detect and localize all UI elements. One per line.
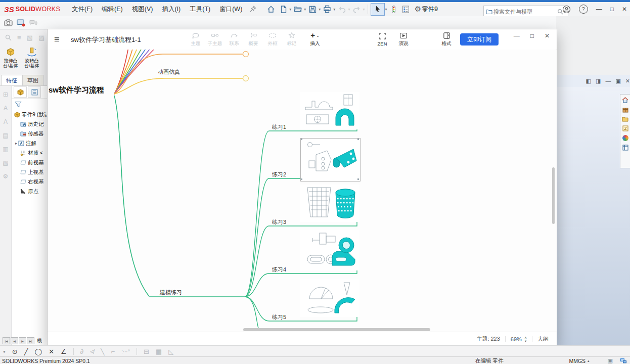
network-status-icon[interactable] xyxy=(620,358,627,363)
design-library-icon[interactable] xyxy=(622,107,628,113)
node-practice-5[interactable]: 练习5 xyxy=(272,313,286,321)
circle-tool-icon[interactable]: ⊙ xyxy=(12,348,18,355)
tree-item-front-plane[interactable]: 前视基 xyxy=(13,158,47,167)
tree-item-top-plane[interactable]: 上视基 xyxy=(13,167,47,177)
ellipse-tool-icon[interactable]: ◯ xyxy=(35,348,42,355)
doc-minimize-icon[interactable]: — xyxy=(605,78,611,84)
tool-insert[interactable]: + ⌄ 插入 xyxy=(306,31,324,47)
screenshot-camera-icon[interactable] xyxy=(4,19,13,26)
collapsed-node-badge[interactable] xyxy=(243,76,249,81)
filter-funnel-icon[interactable] xyxy=(15,101,22,108)
maximize-button[interactable]: □ xyxy=(610,6,614,13)
tab-features[interactable]: 特征 xyxy=(1,75,22,85)
minimize-button[interactable]: — xyxy=(596,6,602,13)
open-caret-icon[interactable]: ▾ xyxy=(304,7,306,12)
mindmap-maximize-button[interactable]: □ xyxy=(530,32,534,39)
new-document-icon[interactable] xyxy=(278,4,289,15)
collapsed-node-badge[interactable] xyxy=(243,52,249,57)
vertical-scrollbar[interactable] xyxy=(552,167,555,224)
save-icon[interactable] xyxy=(307,4,318,15)
mindmap-minimize-button[interactable]: — xyxy=(514,32,520,39)
menu-tools[interactable]: 工具(T) xyxy=(185,2,215,16)
featuremanager-tab-icon[interactable] xyxy=(14,86,27,98)
graphics-viewport[interactable] xyxy=(556,87,630,345)
new-caret-icon[interactable]: ▾ xyxy=(289,7,291,12)
units-selector[interactable]: MMGS xyxy=(569,358,586,364)
search-box[interactable]: ▾ xyxy=(483,6,568,17)
practice-image-1[interactable] xyxy=(300,92,359,129)
practice-image-2[interactable] xyxy=(300,138,361,181)
node-practice-1[interactable]: 练习1 xyxy=(272,123,286,131)
polyline-tool-icon[interactable]: ∠ xyxy=(61,348,67,355)
revolved-boss-button[interactable]: 旋转凸 台/基体 xyxy=(21,46,42,72)
resources-home-icon[interactable] xyxy=(622,97,628,103)
tree-item-history[interactable]: 历史记 xyxy=(13,119,47,129)
node-practice-2[interactable]: 练习2 xyxy=(272,171,286,178)
open-file-icon[interactable] xyxy=(292,4,303,15)
hamburger-menu-icon[interactable]: ≡ xyxy=(54,34,60,45)
node-animation[interactable]: 动画仿真 xyxy=(158,68,180,76)
save-caret-icon[interactable]: ▾ xyxy=(319,7,321,12)
outline-button[interactable]: 大纲 xyxy=(537,335,549,343)
dock-right-icon[interactable]: ◨ xyxy=(596,78,601,84)
doc-close-icon[interactable]: ✕ xyxy=(625,78,630,84)
home-icon[interactable] xyxy=(265,4,277,15)
practice-image-4[interactable] xyxy=(300,230,359,270)
tree-item-sensors[interactable]: 传感器 xyxy=(13,129,47,139)
custom-properties-icon[interactable] xyxy=(622,145,628,151)
dock-left-icon[interactable]: ◧ xyxy=(586,78,591,84)
select-caret-icon[interactable]: ▾ xyxy=(385,7,387,12)
node-practice-4[interactable]: 练习4 xyxy=(272,266,286,274)
menu-window[interactable]: 窗口(W) xyxy=(215,2,247,16)
appearances-icon[interactable] xyxy=(622,135,628,141)
menu-edit[interactable]: 编辑(E) xyxy=(97,2,127,16)
tree-item-annotations[interactable]: ▸ 注解 xyxy=(13,139,47,148)
mindmap-canvas[interactable]: sw软件学习流程 动画仿真 建模练习 练习1 练习2 练习3 练习4 练习5 xyxy=(48,50,556,332)
practice-image-3[interactable] xyxy=(300,185,359,222)
tree-item-origin[interactable]: 原点 xyxy=(13,187,47,196)
present-button[interactable]: 演说 xyxy=(395,32,412,47)
menu-view[interactable]: 视图(V) xyxy=(127,2,158,16)
zoom-stepper-icon[interactable]: ∧∨ xyxy=(524,336,527,342)
propertymanager-tab-icon[interactable] xyxy=(28,86,41,98)
point-tool-icon[interactable]: ● xyxy=(3,349,6,354)
horizontal-scrollbar[interactable] xyxy=(243,328,430,331)
zen-mode-button[interactable]: ZEN xyxy=(374,32,391,47)
subscribe-button[interactable]: 立即订阅 xyxy=(460,33,499,46)
practice-image-5[interactable] xyxy=(300,280,359,317)
tree-item-right-plane[interactable]: 右视基 xyxy=(13,177,47,187)
select-cursor-button[interactable] xyxy=(371,3,385,16)
format-button[interactable]: 格式 xyxy=(438,32,455,47)
root-node[interactable]: sw软件学习流程 xyxy=(49,85,104,95)
mindmap-close-button[interactable]: ✕ xyxy=(545,32,550,39)
redo-icon[interactable] xyxy=(351,4,362,15)
tag-icon[interactable]: ▣ xyxy=(608,357,613,364)
file-explorer-icon[interactable] xyxy=(622,116,628,122)
expander-icon[interactable]: ▸ xyxy=(15,141,17,146)
extruded-boss-button[interactable]: 拉伸凸 台/基体 xyxy=(0,46,21,72)
screen-record-icon[interactable] xyxy=(17,19,25,27)
next-tab-button[interactable]: ▶ xyxy=(19,337,26,344)
print-icon[interactable] xyxy=(322,4,333,15)
node-modeling[interactable]: 建模练习 xyxy=(160,289,182,296)
line-tool-icon[interactable]: ╱ xyxy=(24,348,28,355)
close-button[interactable]: ✕ xyxy=(622,6,627,13)
node-practice-3[interactable]: 练习3 xyxy=(272,218,286,226)
undo-icon[interactable] xyxy=(336,4,347,15)
tree-item-material[interactable]: 材质 < xyxy=(13,148,47,158)
print-caret-icon[interactable]: ▾ xyxy=(333,7,335,12)
model-tab[interactable]: 模 xyxy=(37,337,42,344)
tab-sketch[interactable]: 草图 xyxy=(22,75,43,85)
view-palette-icon[interactable] xyxy=(622,125,628,131)
units-caret-icon[interactable]: ▴ xyxy=(588,359,590,363)
prev-tab-button[interactable]: ◀ xyxy=(11,337,18,344)
zoom-level[interactable]: 69% xyxy=(511,336,522,342)
search-input[interactable] xyxy=(492,8,557,15)
spline-tool-icon[interactable]: ✕ xyxy=(49,348,54,355)
pin-menu-icon[interactable] xyxy=(247,4,258,15)
tree-item-part[interactable]: 零件9 (默认 xyxy=(13,110,47,119)
help-icon[interactable]: ? xyxy=(579,5,588,14)
doc-restore-icon[interactable]: ▣ xyxy=(615,78,620,84)
first-tab-button[interactable]: |◀ xyxy=(3,337,10,344)
menu-insert[interactable]: 插入(I) xyxy=(157,2,185,16)
